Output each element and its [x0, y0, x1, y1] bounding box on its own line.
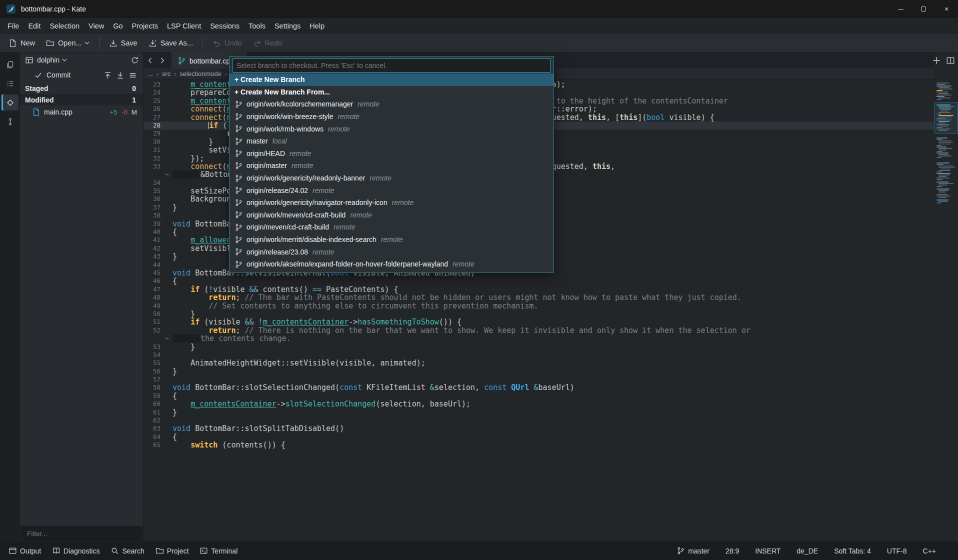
menu-item-settings[interactable]: Settings: [270, 20, 305, 32]
back-icon[interactable]: [144, 52, 156, 68]
menu-item-sessions[interactable]: Sessions: [206, 20, 244, 32]
maximize-button[interactable]: [912, 0, 935, 18]
code-line[interactable]: 60 m_contentsContainer->slotSelectionCha…: [144, 400, 934, 408]
git-file-row[interactable]: main.cpp +5 -0 M: [20, 106, 143, 118]
refresh-icon[interactable]: [130, 56, 139, 64]
redo-icon: [253, 39, 262, 48]
statusbar-toolview-search[interactable]: Search: [106, 544, 148, 557]
code-line[interactable]: 61}: [144, 408, 934, 416]
branch-icon: [234, 248, 243, 256]
code-line[interactable]: 57: [144, 376, 934, 384]
toolbar-button-open[interactable]: Open...: [42, 36, 94, 50]
code-line[interactable]: 55 AnimatedHeightWidget::setVisible(visi…: [144, 359, 934, 367]
git-stat-modified[interactable]: Modified1: [20, 94, 143, 106]
code-line[interactable]: 62: [144, 416, 934, 424]
code-line[interactable]: 48 return; // The bar with PasteContents…: [144, 294, 934, 302]
branch-item-origin-work-kcolorschememanager[interactable]: origin/work/kcolorschememanagerremote: [230, 98, 554, 110]
code-line[interactable]: 50 }: [144, 310, 934, 318]
menu-item-selection[interactable]: Selection: [45, 20, 84, 32]
toolbar-button-new[interactable]: New: [4, 36, 40, 50]
close-button[interactable]: ×: [935, 0, 958, 18]
commit-button[interactable]: Commit: [46, 71, 70, 79]
branch-item-origin-work-genericity-readonly-banner[interactable]: origin/work/genericity/readonly-bannerre…: [230, 172, 554, 184]
split-view-icon[interactable]: [946, 56, 955, 65]
code-line[interactable]: 51 if (visible && !m_contentsContainer->…: [144, 318, 934, 326]
line-number: 23: [144, 80, 162, 88]
toolbar-button-save[interactable]: Save: [104, 36, 142, 50]
statusbar-cursor-position[interactable]: 28:9: [726, 547, 739, 555]
statusbar-toolview-output[interactable]: Output: [4, 544, 46, 557]
code-line[interactable]: 59{: [144, 392, 934, 400]
minimap-line: [936, 182, 948, 182]
branch-item-origin-meven-cd-craft-build[interactable]: origin/meven/cd-craft-buildremote: [230, 221, 554, 234]
code-line[interactable]: 49 // Set contents to anything else to c…: [144, 302, 934, 310]
statusbar-syntax-mode[interactable]: C++: [923, 547, 936, 555]
menu-item-tools[interactable]: Tools: [244, 20, 270, 32]
minimap-line: [938, 167, 956, 168]
menu-item-view[interactable]: View: [84, 20, 108, 32]
menu-item-file[interactable]: File: [3, 20, 24, 32]
branch-item-master[interactable]: masterlocal: [230, 135, 554, 148]
git-stat-staged[interactable]: Staged0: [20, 82, 143, 94]
branch-action-create-new-branch[interactable]: + Create New Branch: [230, 74, 554, 86]
toolbar-button-save-as[interactable]: Save As...: [144, 36, 198, 50]
toolview-button-git[interactable]: [2, 94, 18, 110]
menu-item-go[interactable]: Go: [108, 20, 127, 32]
statusbar-input-mode[interactable]: INSERT: [755, 547, 780, 555]
toolview-button-documents[interactable]: [2, 56, 18, 72]
pull-icon[interactable]: [116, 71, 124, 80]
toolview-button-projects[interactable]: [2, 76, 18, 92]
code-line[interactable]: 47 if (!visible && contents() == PasteCo…: [144, 286, 934, 294]
minimize-button[interactable]: [889, 0, 912, 18]
menu-item-edit[interactable]: Edit: [24, 20, 45, 32]
branch-action-create-new-branch-from[interactable]: + Create New Branch From...: [230, 86, 554, 98]
branch-item-origin-master[interactable]: origin/masterremote: [230, 160, 554, 172]
forward-icon[interactable]: [156, 52, 168, 68]
breadcrumb-item-src[interactable]: src: [162, 70, 170, 78]
code-line[interactable]: ↪the contents change.: [144, 334, 934, 342]
gutter-spacer: [162, 114, 172, 122]
code-line[interactable]: 56}: [144, 368, 934, 376]
code-line[interactable]: 65 switch (contents()) {: [144, 441, 934, 449]
menu-item-lsp-client[interactable]: LSP Client: [162, 20, 206, 32]
toolbar-button-undo[interactable]: Undo: [208, 36, 246, 50]
code-line[interactable]: 46{: [144, 277, 934, 285]
toolbar-button-redo[interactable]: Redo: [248, 36, 287, 50]
statusbar-toolview-terminal[interactable]: Terminal: [195, 544, 242, 557]
statusbar-toolview-diagnostics[interactable]: Diagnostics: [48, 544, 104, 557]
window-title: bottombar.cpp - Kate: [21, 5, 86, 13]
breadcrumb-item-selectionmode[interactable]: selectionmode: [180, 70, 222, 78]
code-line[interactable]: 52 return; // There is nothing on the ba…: [144, 326, 934, 334]
statusbar-dictionary[interactable]: de_DE: [796, 547, 818, 555]
hamburger-menu-icon[interactable]: [128, 71, 137, 80]
code-line[interactable]: 64{: [144, 433, 934, 441]
branch-item-origin-work-genericity-navigator-readonly-icon[interactable]: origin/work/genericity/navigator-readonl…: [230, 196, 554, 209]
split-add-icon[interactable]: [932, 56, 941, 65]
code-line[interactable]: 53 }: [144, 343, 934, 351]
code-line[interactable]: 58void BottomBar::slotSelectionChanged(c…: [144, 384, 934, 392]
code-line[interactable]: 54: [144, 351, 934, 359]
branch-item-origin-release-24-02[interactable]: origin/release/24.02remote: [230, 184, 554, 196]
branch-search-input[interactable]: [232, 58, 551, 72]
branch-item-origin-head[interactable]: origin/HEADremote: [230, 148, 554, 160]
statusbar-encoding[interactable]: UTF-8: [887, 547, 907, 555]
menu-item-help[interactable]: Help: [305, 20, 329, 32]
menu-item-projects[interactable]: Projects: [128, 20, 162, 32]
minimap-scrollbar[interactable]: [934, 52, 958, 542]
push-icon[interactable]: [104, 71, 112, 80]
code-line[interactable]: 63void BottomBar::slotSplitTabDisabled(): [144, 424, 934, 432]
branch-item-origin-release-23-08[interactable]: origin/release/23.08remote: [230, 246, 554, 258]
breadcrumb-item-[interactable]: ...: [148, 70, 153, 78]
branch-item-origin-work-meven-cd-craft-build[interactable]: origin/work/meven/cd-craft-buildremote: [230, 209, 554, 222]
filter-input[interactable]: [22, 528, 140, 540]
statusbar-toolview-project[interactable]: Project: [151, 544, 194, 557]
statusbar-git-branch[interactable]: master: [676, 546, 710, 555]
branch-item-origin-work-merritt-disable-indexed-search[interactable]: origin/work/merritt/disable-indexed-sear…: [230, 234, 554, 246]
statusbar-tab-mode[interactable]: Soft Tabs: 4: [834, 547, 871, 555]
branch-item-origin-work-win-breeze-style[interactable]: origin/work/win-breeze-styleremote: [230, 110, 554, 123]
git-project-selector[interactable]: dolphin: [20, 52, 143, 68]
branch-item-origin-work-rmb-windows[interactable]: origin/work/rmb-windowsremote: [230, 122, 554, 135]
minimap-line: [938, 121, 950, 122]
toolview-button-commits[interactable]: [2, 114, 18, 130]
branch-item-origin-work-akselmo-expand-folder-on-hover-folderpanel-wayland[interactable]: origin/work/akselmo/expand-folder-on-hov…: [230, 258, 554, 270]
